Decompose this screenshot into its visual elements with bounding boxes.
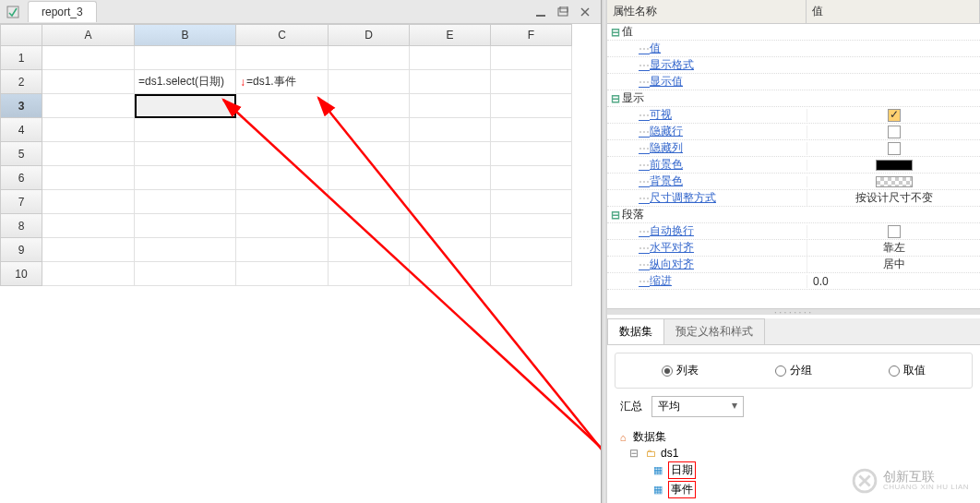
maximize-icon[interactable]	[556, 6, 569, 18]
cell-F10[interactable]	[491, 262, 572, 286]
row-header-3[interactable]: 3	[0, 94, 42, 118]
row-header-9[interactable]: 9	[0, 238, 42, 262]
cell-C4[interactable]	[236, 118, 329, 142]
cell-C5[interactable]	[236, 142, 329, 166]
cell-D8[interactable]	[329, 214, 410, 238]
prop-row[interactable]: ⋯ 缩进0.0	[607, 273, 980, 290]
prop-row[interactable]: ⋯ 隐藏列	[607, 140, 980, 157]
cell-C8[interactable]	[236, 214, 329, 238]
col-header-C[interactable]: C	[236, 24, 329, 46]
col-header-D[interactable]: D	[329, 24, 410, 46]
cell-C10[interactable]	[236, 262, 329, 286]
edit-icon[interactable]	[4, 3, 22, 21]
prop-row[interactable]: ⋯ 尺寸调整方式按设计尺寸不变	[607, 190, 980, 207]
prop-value[interactable]	[807, 142, 980, 155]
cell-E8[interactable]	[410, 214, 491, 238]
collapse-icon[interactable]: ⊟	[629, 447, 640, 460]
prop-row[interactable]: ⋯ 值	[607, 41, 980, 57]
tab-dataset[interactable]: 数据集	[607, 318, 664, 344]
cell-B3[interactable]	[135, 94, 236, 118]
cell-C1[interactable]	[236, 46, 329, 70]
row-header-7[interactable]: 7	[0, 190, 42, 214]
col-header-B[interactable]: B	[135, 24, 236, 46]
cell-B8[interactable]	[135, 214, 236, 238]
minimize-icon[interactable]	[534, 6, 547, 18]
cell-A10[interactable]	[42, 262, 135, 286]
cell-F6[interactable]	[491, 166, 572, 190]
row-header-6[interactable]: 6	[0, 166, 42, 190]
cell-D6[interactable]	[329, 166, 410, 190]
radio-group[interactable]: 分组	[775, 363, 812, 378]
prop-row[interactable]: ⋯ 背景色	[607, 174, 980, 190]
cell-E9[interactable]	[410, 238, 491, 262]
prop-value[interactable]	[807, 160, 980, 171]
prop-row[interactable]: ⊟显示	[607, 90, 980, 107]
cell-B6[interactable]	[135, 166, 236, 190]
cell-A8[interactable]	[42, 214, 135, 238]
prop-row[interactable]: ⋯ 水平对齐靠左	[607, 240, 980, 257]
collapse-icon[interactable]: ⊟	[609, 26, 622, 39]
col-header-A[interactable]: A	[42, 24, 135, 46]
tree-root[interactable]: ⌂ 数据集	[616, 428, 971, 446]
row-header-1[interactable]: 1	[0, 46, 42, 70]
cell-B10[interactable]	[135, 262, 236, 286]
row-header-10[interactable]: 10	[0, 262, 42, 286]
collapse-icon[interactable]: ⊟	[609, 209, 622, 222]
radio-list[interactable]: 列表	[662, 363, 699, 378]
cell-F2[interactable]	[491, 70, 572, 94]
cell-C9[interactable]	[236, 238, 329, 262]
color-swatch[interactable]	[876, 160, 913, 171]
cell-C7[interactable]	[236, 190, 329, 214]
cell-D7[interactable]	[329, 190, 410, 214]
prop-value[interactable]: 靠左	[807, 240, 980, 256]
col-header-E[interactable]: E	[410, 24, 491, 46]
cell-A4[interactable]	[42, 118, 135, 142]
cell-D2[interactable]	[329, 70, 410, 94]
checkbox-icon[interactable]	[888, 142, 901, 155]
cell-B7[interactable]	[135, 190, 236, 214]
cell-D4[interactable]	[329, 118, 410, 142]
cell-E7[interactable]	[410, 190, 491, 214]
prop-value[interactable]: 0.0	[807, 275, 980, 288]
prop-value[interactable]	[807, 126, 980, 138]
row-header-8[interactable]: 8	[0, 214, 42, 238]
cell-A9[interactable]	[42, 238, 135, 262]
select-all-corner[interactable]	[0, 24, 42, 46]
checkbox-icon[interactable]	[888, 109, 901, 122]
checkbox-icon[interactable]	[888, 126, 901, 138]
col-header-F[interactable]: F	[491, 24, 572, 46]
checkbox-icon[interactable]	[888, 225, 901, 238]
cell-E4[interactable]	[410, 118, 491, 142]
prop-row[interactable]: ⋯ 前景色	[607, 157, 980, 174]
prop-row[interactable]: ⋯ 显示值	[607, 74, 980, 90]
prop-row[interactable]: ⋯ 隐藏行	[607, 124, 980, 140]
summary-select[interactable]: 平均	[651, 396, 744, 417]
cell-A7[interactable]	[42, 190, 135, 214]
cell-F5[interactable]	[491, 142, 572, 166]
row-header-2[interactable]: 2	[0, 70, 42, 94]
tree-ds1[interactable]: ⊟ 🗀 ds1	[616, 446, 971, 461]
cells-area[interactable]: =ds1.select(日期)↓=ds1.事件	[42, 46, 601, 503]
grip-handle[interactable]: ∙∙∙∙∙∙∙∙	[607, 309, 980, 315]
cell-F8[interactable]	[491, 214, 572, 238]
cell-A6[interactable]	[42, 166, 135, 190]
prop-row[interactable]: ⋯ 显示格式	[607, 57, 980, 74]
collapse-icon[interactable]: ⊟	[609, 92, 622, 105]
cell-B1[interactable]	[135, 46, 236, 70]
cell-F1[interactable]	[491, 46, 572, 70]
document-tab[interactable]: report_3	[28, 1, 97, 22]
cell-E1[interactable]	[410, 46, 491, 70]
cell-E5[interactable]	[410, 142, 491, 166]
prop-row[interactable]: ⋯ 纵向对齐居中	[607, 257, 980, 273]
cell-B5[interactable]	[135, 142, 236, 166]
radio-value[interactable]: 取值	[889, 363, 926, 378]
cell-C3[interactable]	[236, 94, 329, 118]
cell-B9[interactable]	[135, 238, 236, 262]
prop-row[interactable]: ⋯ 可视	[607, 107, 980, 124]
cell-E2[interactable]	[410, 70, 491, 94]
prop-row[interactable]: ⊟段落	[607, 207, 980, 223]
cell-B4[interactable]	[135, 118, 236, 142]
cell-A3[interactable]	[42, 94, 135, 118]
cell-D3[interactable]	[329, 94, 410, 118]
sheet-grid[interactable]: ABCDEF 12345678910 =ds1.select(日期)↓=ds1.…	[0, 24, 601, 503]
